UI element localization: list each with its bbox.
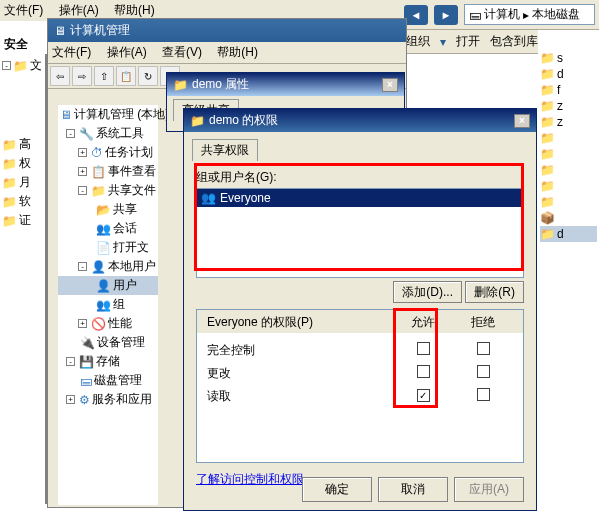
group-icon: 👥	[96, 298, 111, 312]
storage-icon: 💾	[79, 355, 94, 369]
mgmt-menu-ops[interactable]: 操作(A)	[107, 45, 147, 59]
list-item[interactable]: 📁d	[540, 66, 597, 82]
tree-node[interactable]: +⚙服务和应用	[58, 390, 158, 409]
bg-menu-ops[interactable]: 操作(A)	[59, 3, 99, 17]
folder-icon: 📁	[540, 147, 555, 161]
close-button[interactable]: ×	[382, 78, 398, 92]
folder-icon: 📁	[540, 131, 555, 145]
folder-icon: 📁	[540, 99, 555, 113]
tree-node[interactable]: -💾存储	[58, 352, 158, 371]
tree-item[interactable]: -📁文	[2, 56, 43, 75]
tab-share-perm[interactable]: 共享权限	[192, 139, 258, 161]
perf-icon: 🚫	[91, 317, 106, 331]
tree-node[interactable]: 🖴磁盘管理	[58, 371, 158, 390]
folder-icon: 📁	[2, 214, 17, 228]
list-item[interactable]: 📁z	[540, 98, 597, 114]
archive-icon: 📦	[540, 211, 555, 225]
apply-button[interactable]: 应用(A)	[454, 477, 524, 502]
list-item[interactable]: 📦	[540, 210, 597, 226]
organize-button[interactable]: 组织	[406, 33, 430, 50]
bg-menu-file[interactable]: 文件(F)	[4, 3, 43, 17]
tree-node[interactable]: 📄打开文	[58, 238, 158, 257]
tree-node[interactable]: -📁共享文件	[58, 181, 158, 200]
explorer-folder-list: 📁s 📁d 📁f 📁z 📁z 📁 📁 📁 📁 📁 📦 📁d	[538, 30, 599, 511]
folder-icon: 📁	[540, 83, 555, 97]
list-item[interactable]: 📁z	[540, 114, 597, 130]
tree-node[interactable]: 📂共享	[58, 200, 158, 219]
add-button[interactable]: 添加(D)...	[393, 281, 462, 303]
folder-icon: 📁	[190, 114, 205, 128]
addr-computer: 计算机	[484, 6, 520, 23]
demo-window-title: demo 属性	[192, 76, 249, 93]
list-item[interactable]: 📁	[540, 162, 597, 178]
user-icon: 👤	[96, 279, 111, 293]
list-item[interactable]: 📁s	[540, 50, 597, 66]
tree-node[interactable]: 👥组	[58, 295, 158, 314]
device-icon: 🔌	[80, 336, 95, 350]
refresh-icon[interactable]: ↻	[138, 66, 158, 86]
tree-node[interactable]: +📋事件查看	[58, 162, 158, 181]
remove-button[interactable]: 删除(R)	[465, 281, 524, 303]
checkbox-full-allow[interactable]	[417, 342, 430, 355]
tree-root[interactable]: 🖥计算机管理 (本地)	[58, 105, 158, 124]
checkbox-read-allow[interactable]: ✓	[417, 389, 430, 402]
tree-item[interactable]: 📁软	[2, 192, 43, 211]
tree-item[interactable]: 📁高	[2, 135, 43, 154]
folder-icon: 📁	[540, 115, 555, 129]
list-item[interactable]: 📁	[540, 130, 597, 146]
tree-node[interactable]: +⏱任务计划	[58, 143, 158, 162]
checkbox-read-deny[interactable]	[477, 388, 490, 401]
list-item[interactable]: 📁f	[540, 82, 597, 98]
mgmt-titlebar: 🖥 计算机管理	[48, 19, 406, 42]
folder-icon: 📁	[2, 195, 17, 209]
prop-icon[interactable]: 📋	[116, 66, 136, 86]
fwd-icon[interactable]: ⇨	[72, 66, 92, 86]
tree-item[interactable]: 📁权	[2, 154, 43, 173]
services-icon: ⚙	[79, 393, 90, 407]
tree-node[interactable]: 🔌设备管理	[58, 333, 158, 352]
open-button[interactable]: 打开	[456, 33, 480, 50]
checkbox-full-deny[interactable]	[477, 342, 490, 355]
mgmt-menu-file[interactable]: 文件(F)	[52, 45, 91, 59]
folder-icon: 📁	[2, 176, 17, 190]
mgmt-menu-view[interactable]: 查看(V)	[162, 45, 202, 59]
ok-button[interactable]: 确定	[302, 477, 372, 502]
tree-node[interactable]: -👤本地用户	[58, 257, 158, 276]
address-field[interactable]: 🖴 计算机 ▸ 本地磁盘	[464, 4, 595, 25]
checkbox-change-deny[interactable]	[477, 365, 490, 378]
perm-row-read: 读取 ✓	[207, 385, 513, 408]
permissions-dialog: 📁 demo 的权限 × 共享权限 组或用户名(G): 👥 Everyone 添…	[183, 108, 537, 511]
list-item-selected[interactable]: 📁d	[540, 226, 597, 242]
views-button[interactable]: ▾	[440, 35, 446, 49]
computer-icon: 🖥	[54, 24, 66, 38]
explorer-address-bar: ◄ ► 🖴 计算机 ▸ 本地磁盘	[400, 0, 599, 30]
share-icon: 📂	[96, 203, 111, 217]
up-icon[interactable]: ⇧	[94, 66, 114, 86]
list-item[interactable]: 📁	[540, 146, 597, 162]
tree-node[interactable]: -🔧系统工具	[58, 124, 158, 143]
tools-icon: 🔧	[79, 127, 94, 141]
nav-fwd-button[interactable]: ►	[434, 5, 458, 25]
tree-node[interactable]: +🚫性能	[58, 314, 158, 333]
folder-icon: 📁	[91, 184, 106, 198]
cancel-button[interactable]: 取消	[378, 477, 448, 502]
disk-icon: 🖴	[80, 374, 92, 388]
nav-back-button[interactable]: ◄	[404, 5, 428, 25]
list-item[interactable]: 📁	[540, 194, 597, 210]
checkbox-change-allow[interactable]	[417, 365, 430, 378]
file-icon: 📄	[96, 241, 111, 255]
bg-menu-help[interactable]: 帮助(H)	[114, 3, 155, 17]
event-icon: 📋	[91, 165, 106, 179]
group-user-list[interactable]: 👥 Everyone	[196, 188, 524, 278]
back-icon[interactable]: ⇦	[50, 66, 70, 86]
mgmt-menu-help[interactable]: 帮助(H)	[217, 45, 258, 59]
list-item[interactable]: 📁	[540, 178, 597, 194]
tree-node[interactable]: 👥会话	[58, 219, 158, 238]
tree-item[interactable]: 📁月	[2, 173, 43, 192]
list-item-everyone[interactable]: 👥 Everyone	[197, 189, 523, 207]
learn-more-link[interactable]: 了解访问控制和权限	[196, 472, 304, 486]
close-button[interactable]: ×	[514, 114, 530, 128]
perm-label: 读取	[207, 388, 393, 405]
tree-node-selected[interactable]: 👤用户	[58, 276, 158, 295]
tree-item[interactable]: 📁证	[2, 211, 43, 230]
